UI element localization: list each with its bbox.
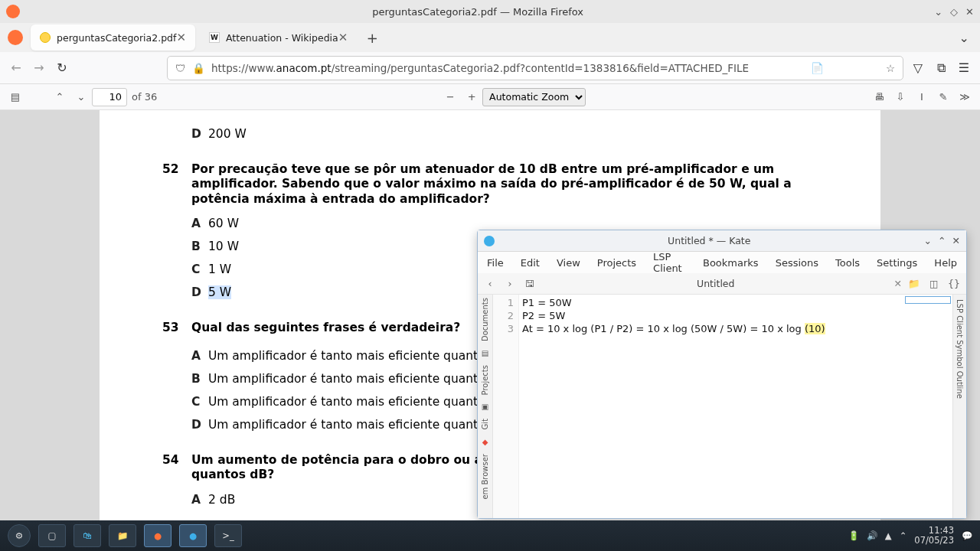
kate-icon xyxy=(484,236,495,246)
firefox-tab-icon[interactable] xyxy=(8,30,23,45)
tray-chevron-icon[interactable]: ⌃ xyxy=(900,530,907,541)
bookmark-star-icon[interactable]: ☆ xyxy=(886,62,895,74)
menu-icon[interactable]: ☰ xyxy=(956,60,972,77)
menu-file[interactable]: File xyxy=(487,257,504,269)
extensions-icon[interactable]: ⧉ xyxy=(933,60,949,77)
taskbar-files-icon[interactable]: 📁 xyxy=(109,524,136,547)
text-select-icon[interactable]: I xyxy=(911,86,933,108)
taskbar-terminal-icon[interactable]: >_ xyxy=(214,524,242,547)
pocket-icon[interactable]: ▽ xyxy=(910,60,926,77)
url-text: https://www.anacom.pt/streaming/pergunta… xyxy=(211,62,749,74)
shield-icon[interactable]: 🛡 xyxy=(175,62,186,74)
maximize-icon[interactable]: ◇ xyxy=(950,6,958,18)
side-projects[interactable]: Projects xyxy=(481,365,489,395)
option-value: Um amplificador é tanto mais eficiente q… xyxy=(208,418,496,432)
zoom-in-icon[interactable]: + xyxy=(461,86,482,108)
zoom-out-icon[interactable]: − xyxy=(439,86,461,108)
menu-view[interactable]: View xyxy=(557,257,580,269)
kate-left-sidebar[interactable]: Documents ▤ Projects ▣ Git ◆ em Browser xyxy=(478,295,493,518)
kate-split-icon[interactable]: ◫ xyxy=(926,276,942,292)
tab-label: Attenuation - Wikipedia xyxy=(226,32,338,44)
side-documents[interactable]: Documents xyxy=(481,298,489,341)
tab-pdf[interactable]: perguntasCategoria2.pdf ✕ xyxy=(31,24,195,51)
option-value: 1 W xyxy=(208,262,231,276)
download-icon[interactable]: ⇩ xyxy=(890,86,911,108)
kate-code[interactable]: P1 = 50W P2 = 5W At = 10 x log (P1 / P2)… xyxy=(519,295,828,518)
kate-tab-close-icon[interactable]: ✕ xyxy=(894,278,902,289)
page-down-icon[interactable]: ⌄ xyxy=(70,86,92,108)
side-browser[interactable]: em Browser xyxy=(481,454,489,500)
taskbar-store-icon[interactable]: 🛍 xyxy=(74,524,101,547)
git-icon[interactable]: ◆ xyxy=(482,438,488,446)
new-tab-button[interactable]: + xyxy=(361,27,383,48)
taskbar-kate-icon[interactable]: ● xyxy=(179,524,207,547)
side-git[interactable]: Git xyxy=(481,419,489,429)
tab-strip: perguntasCategoria2.pdf ✕ W Attenuation … xyxy=(0,23,980,52)
zoom-select[interactable]: Automatic Zoom xyxy=(482,88,586,106)
kate-document-tab[interactable]: Untitled xyxy=(542,278,890,289)
kate-nav-forward-icon[interactable]: › xyxy=(502,276,518,292)
menu-projects[interactable]: Projects xyxy=(597,257,636,269)
close-icon[interactable]: ✕ xyxy=(965,6,974,18)
option-label: D xyxy=(191,127,201,141)
menu-sessions[interactable]: Sessions xyxy=(776,257,818,269)
option-label: B xyxy=(191,372,201,386)
tab-wikipedia[interactable]: W Attenuation - Wikipedia ✕ xyxy=(200,24,357,51)
kate-editor[interactable]: 123 P1 = 50W P2 = 5W At = 10 x log (P1 /… xyxy=(493,295,952,518)
menu-lsp-client[interactable]: LSP Client xyxy=(653,251,686,274)
kate-right-sidebar[interactable]: LSP Client Symbol Outline xyxy=(952,295,966,518)
kate-minimize-icon[interactable]: ⌄ xyxy=(924,235,932,246)
menu-bookmarks[interactable]: Bookmarks xyxy=(703,257,759,269)
menu-tools[interactable]: Tools xyxy=(835,257,860,269)
option-label: B xyxy=(191,240,201,253)
kate-title-bar[interactable]: Untitled * — Kate ⌄ ⌃ ✕ xyxy=(478,230,966,252)
side-lsp-outline[interactable]: LSP Client Symbol Outline xyxy=(956,299,964,518)
tray-volume-icon[interactable]: 🔊 xyxy=(867,530,877,541)
side-proj-icon[interactable]: ▣ xyxy=(482,403,488,411)
tray-battery-icon[interactable]: 🔋 xyxy=(848,530,859,541)
draw-icon[interactable]: ✎ xyxy=(933,86,954,108)
reader-icon[interactable]: 📄 xyxy=(811,62,824,74)
sidebar-toggle-icon[interactable]: ▤ xyxy=(5,86,26,108)
tab-close-icon[interactable]: ✕ xyxy=(176,31,186,44)
firefox-icon xyxy=(6,5,20,18)
tab-close-icon[interactable]: ✕ xyxy=(338,31,348,44)
reload-button[interactable]: ↻ xyxy=(54,60,70,77)
kate-maximize-icon[interactable]: ⌃ xyxy=(938,235,946,246)
tabs-overflow-icon[interactable]: ⌄ xyxy=(959,31,969,45)
back-button[interactable]: ← xyxy=(8,60,24,77)
kate-save-icon[interactable]: 🖫 xyxy=(522,276,537,292)
option-label: D xyxy=(191,285,201,299)
tray-notifications-icon[interactable]: 💬 xyxy=(962,530,972,541)
kate-window-title: Untitled * — Kate xyxy=(501,235,918,246)
page-up-icon[interactable]: ⌃ xyxy=(49,86,70,108)
kate-braces-icon[interactable]: {} xyxy=(946,276,962,292)
menu-settings[interactable]: Settings xyxy=(877,257,917,269)
taskbar-firefox-icon[interactable]: ● xyxy=(144,524,172,547)
taskbar-desktop-icon[interactable]: ▢ xyxy=(38,524,66,547)
tray-network-icon[interactable]: ▲ xyxy=(885,530,892,541)
kate-close-icon[interactable]: ✕ xyxy=(952,235,960,246)
menu-help[interactable]: Help xyxy=(934,257,957,269)
option-value: 200 W xyxy=(208,127,247,141)
page-number-input[interactable] xyxy=(92,88,127,106)
minimap-icon[interactable] xyxy=(905,296,951,304)
print-icon[interactable]: 🖶 xyxy=(868,86,890,108)
app-launcher-icon[interactable]: ⚙ xyxy=(8,524,31,547)
url-bar[interactable]: 🛡 🔒 https://www.anacom.pt/streaming/perg… xyxy=(167,56,903,80)
minimize-icon[interactable]: ⌄ xyxy=(934,6,942,18)
question-text: Por precaução teve que se pôr um atenuad… xyxy=(191,162,819,207)
menu-edit[interactable]: Edit xyxy=(521,257,540,269)
kate-menu-bar: File Edit View Projects LSP Client Bookm… xyxy=(478,252,966,273)
taskbar-clock[interactable]: 11:43 07/05/23 xyxy=(914,526,954,546)
option-value: Um amplificador é tanto mais eficiente q… xyxy=(208,372,496,386)
side-doc-icon[interactable]: ▤ xyxy=(482,349,488,357)
tools-overflow-icon[interactable]: ≫ xyxy=(954,86,975,108)
matched-paren: (10) xyxy=(805,323,825,334)
lock-icon[interactable]: 🔒 xyxy=(192,62,205,74)
pdf-favicon-icon xyxy=(40,32,51,43)
kate-open-icon[interactable]: 📁 xyxy=(906,276,922,292)
question-text: Um aumento de potência para o dobro ou a… xyxy=(191,453,509,483)
forward-button[interactable]: → xyxy=(31,60,47,77)
kate-nav-back-icon[interactable]: ‹ xyxy=(482,276,498,292)
